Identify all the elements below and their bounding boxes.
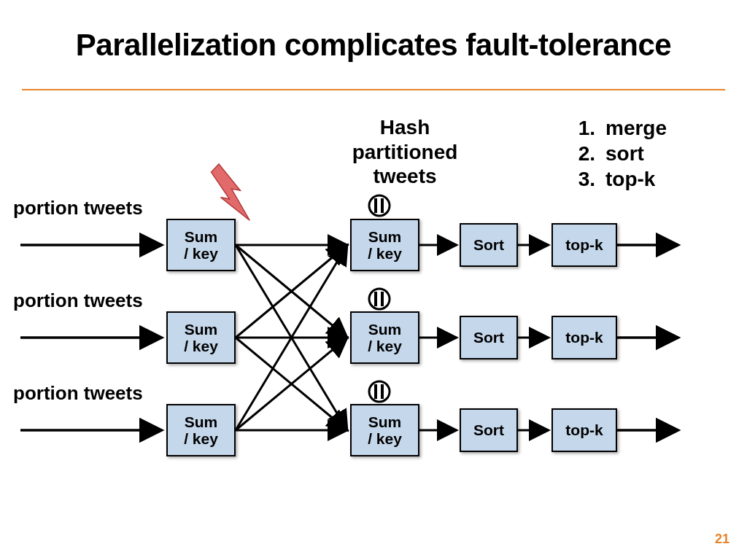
text: / key [368,245,402,262]
text: Sort [473,329,504,346]
text: top-k [565,236,603,253]
svg-rect-26 [381,292,384,306]
text: / key [184,245,218,262]
svg-rect-22 [374,198,377,213]
text: top-k [565,329,603,346]
text: / key [184,338,218,354]
svg-point-21 [369,195,390,216]
text: Sort [473,236,504,253]
text: Sort [473,421,504,438]
svg-rect-28 [374,384,377,399]
text: / key [184,430,218,447]
sumkey-b-3: Sum/ key [350,404,419,456]
sumkey-a-3: Sum/ key [166,404,236,456]
sumkey-b-1: Sum/ key [350,219,419,271]
svg-rect-29 [381,384,384,399]
bolt-icon [201,163,264,220]
svg-point-24 [369,289,390,309]
text: Sum [368,321,402,338]
text: top-k [565,421,603,438]
topk-2: top-k [551,316,617,359]
sort-2: Sort [460,316,518,359]
sort-1: Sort [460,223,518,267]
sort-3: Sort [460,408,518,452]
page-number: 21 [715,532,729,547]
pause-icon [369,195,390,216]
text: / key [368,430,402,447]
topk-1: top-k [551,223,617,267]
text: / key [368,338,402,354]
text: Sum [368,413,402,430]
svg-marker-30 [201,163,264,220]
pause-icon [369,381,390,402]
topk-3: top-k [551,408,617,452]
text: Sum [368,228,402,245]
text: Sum [185,228,218,245]
pause-icon [369,289,390,309]
text: Sum [185,413,218,430]
svg-rect-25 [374,292,377,306]
text: Sum [185,321,218,338]
sumkey-a-1: Sum/ key [166,219,236,271]
sumkey-a-2: Sum/ key [166,311,236,364]
svg-rect-23 [381,198,384,213]
diagram: Hash partitioned tweets 1. merge 2. sort… [0,0,747,560]
connectors [0,0,747,560]
sumkey-b-2: Sum/ key [350,311,419,364]
svg-point-27 [369,381,390,402]
